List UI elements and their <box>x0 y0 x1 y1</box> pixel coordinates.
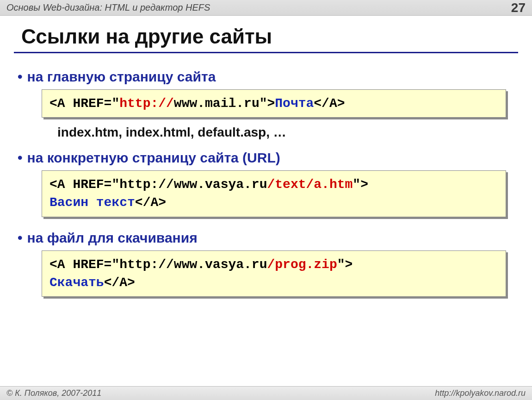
code-box-3: <A HREF="http://www.vasya.ru/prog.zip"> … <box>42 250 506 297</box>
code3-p3: "> <box>337 257 353 272</box>
code1-p2: http:// <box>119 96 174 111</box>
footer-copyright: © К. Поляков, 2007-2011 <box>6 388 101 398</box>
code3-p1: <A HREF="http://www.vasya.ru <box>49 257 267 272</box>
bullet-3: • на файл для скачивания <box>18 230 514 246</box>
code3-p4: Скачать <box>49 275 104 290</box>
bullet-2-text: на конкретную страницу сайта (URL) <box>27 150 280 166</box>
bullet-dot-icon: • <box>18 70 23 84</box>
code2-p5: </A> <box>135 195 166 210</box>
title-rule <box>14 52 518 53</box>
code1-p5: </A> <box>314 96 345 111</box>
index-files-line: index.htm, index.html, default.asp, … <box>57 125 514 140</box>
slide-title: Ссылки на другие сайты <box>0 16 532 52</box>
code2-p3: "> <box>353 177 368 192</box>
code1-p4: Почта <box>275 96 314 111</box>
code1-p1: <A HREF=" <box>49 96 119 111</box>
slide-header: Основы Web-дизайна: HTML и редактор HEFS… <box>0 0 532 16</box>
code-box-1: <A HREF="http://www.mail.ru">Почта</A> <box>42 89 506 118</box>
bullet-1-text: на главную страницу сайта <box>27 69 216 85</box>
course-title: Основы Web-дизайна: HTML и редактор HEFS <box>6 2 210 13</box>
code3-p5: </A> <box>104 275 135 290</box>
bullet-3-text: на файл для скачивания <box>27 230 198 246</box>
code1-p3: www.mail.ru"> <box>174 96 275 111</box>
code2-p2: /text/a.htm <box>267 177 353 192</box>
code-box-2: <A HREF="http://www.vasya.ru/text/a.htm"… <box>42 170 506 217</box>
bullet-dot-icon: • <box>18 231 23 245</box>
bullet-1: • на главную страницу сайта <box>18 69 514 85</box>
code2-p1: <A HREF="http://www.vasya.ru <box>49 177 267 192</box>
bullet-2: • на конкретную страницу сайта (URL) <box>18 150 514 166</box>
code3-p2: /prog.zip <box>267 257 337 272</box>
slide-content: • на главную страницу сайта <A HREF="htt… <box>0 62 532 386</box>
code2-p4: Васин текст <box>49 195 135 210</box>
slide-footer: © К. Поляков, 2007-2011 http://kpolyakov… <box>0 386 532 400</box>
bullet-dot-icon: • <box>18 151 23 165</box>
slide: Основы Web-дизайна: HTML и редактор HEFS… <box>0 0 532 400</box>
footer-url: http://kpolyakov.narod.ru <box>435 388 526 398</box>
page-number: 27 <box>511 0 526 15</box>
